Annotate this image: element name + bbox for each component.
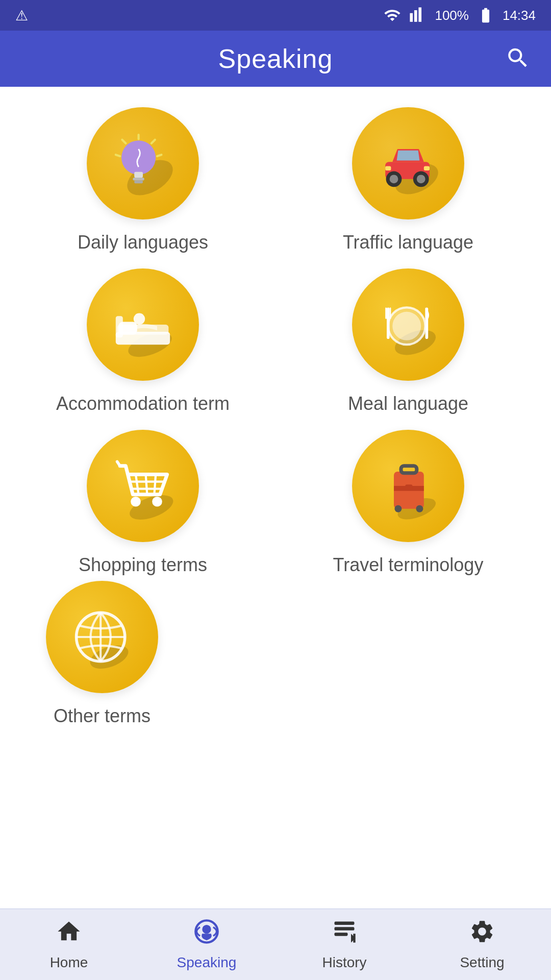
daily-label: Daily languages bbox=[78, 232, 208, 253]
svg-point-26 bbox=[392, 312, 421, 340]
svg-rect-48 bbox=[405, 484, 412, 490]
svg-line-40 bbox=[117, 461, 120, 465]
traffic-label: Traffic language bbox=[343, 232, 473, 253]
svg-rect-55 bbox=[335, 922, 355, 925]
status-bar-right: 100% 14:34 bbox=[384, 7, 536, 24]
svg-rect-28 bbox=[385, 307, 387, 318]
category-traffic[interactable]: Traffic language bbox=[281, 107, 536, 253]
svg-line-9 bbox=[116, 155, 120, 156]
history-icon bbox=[331, 918, 358, 950]
category-meal[interactable]: Meal language bbox=[281, 268, 536, 414]
travel-circle bbox=[352, 430, 464, 542]
header-title: Speaking bbox=[218, 43, 333, 74]
svg-point-54 bbox=[202, 925, 211, 934]
svg-rect-56 bbox=[335, 927, 355, 930]
svg-point-45 bbox=[394, 505, 402, 512]
svg-line-8 bbox=[122, 140, 126, 143]
accommodation-label: Accommodation term bbox=[56, 393, 230, 414]
svg-point-46 bbox=[416, 505, 423, 512]
status-bar: ⚠ 100% 14:34 bbox=[0, 0, 551, 31]
speaking-icon bbox=[193, 918, 220, 950]
svg-rect-4 bbox=[134, 181, 143, 184]
meal-circle bbox=[352, 268, 464, 381]
category-other[interactable]: Other terms bbox=[46, 581, 158, 727]
category-shopping[interactable]: Shopping terms bbox=[15, 430, 270, 576]
search-button[interactable] bbox=[505, 45, 531, 72]
svg-point-13 bbox=[390, 175, 398, 183]
globe-icon bbox=[66, 601, 138, 673]
svg-rect-44 bbox=[401, 466, 417, 473]
nav-home-label: Home bbox=[50, 954, 88, 971]
accommodation-circle bbox=[87, 268, 199, 381]
svg-line-6 bbox=[152, 140, 155, 143]
svg-rect-3 bbox=[133, 178, 144, 181]
svg-point-22 bbox=[134, 313, 145, 325]
svg-line-34 bbox=[146, 475, 147, 495]
battery-text: 100% bbox=[435, 8, 469, 23]
food-icon bbox=[372, 289, 444, 360]
nav-history-label: History bbox=[322, 954, 366, 971]
signal-icon bbox=[409, 7, 427, 24]
status-bar-left: ⚠ bbox=[15, 7, 28, 24]
travel-label: Travel terminology bbox=[333, 554, 484, 576]
nav-speaking-label: Speaking bbox=[177, 954, 237, 971]
traffic-circle bbox=[352, 107, 464, 219]
main-content: Daily languages bbox=[0, 87, 551, 909]
cart-icon bbox=[107, 450, 179, 522]
svg-point-15 bbox=[417, 175, 425, 183]
nav-setting[interactable]: Setting bbox=[413, 909, 551, 980]
bulb-icon bbox=[107, 128, 179, 199]
svg-point-39 bbox=[152, 497, 162, 507]
wifi-icon bbox=[384, 7, 401, 24]
car-icon bbox=[372, 128, 444, 199]
svg-rect-59 bbox=[353, 934, 355, 942]
other-label: Other terms bbox=[54, 705, 151, 727]
bed-icon bbox=[107, 289, 179, 360]
home-icon bbox=[56, 918, 82, 950]
svg-rect-2 bbox=[134, 172, 143, 178]
category-travel[interactable]: Travel terminology bbox=[281, 430, 536, 576]
svg-line-33 bbox=[136, 475, 139, 495]
other-terms-row: Other terms bbox=[15, 581, 536, 727]
time-text: 14:34 bbox=[503, 8, 536, 23]
nav-history[interactable]: History bbox=[276, 909, 413, 980]
warning-icon: ⚠ bbox=[15, 7, 28, 24]
svg-point-38 bbox=[131, 497, 141, 507]
suitcase-icon bbox=[372, 450, 444, 522]
svg-line-7 bbox=[157, 155, 161, 156]
daily-circle bbox=[87, 107, 199, 219]
other-circle bbox=[46, 581, 158, 693]
svg-rect-16 bbox=[385, 166, 391, 170]
search-icon bbox=[505, 45, 531, 71]
bottom-navigation: Home Speaking History bbox=[0, 909, 551, 980]
nav-setting-label: Setting bbox=[460, 954, 504, 971]
shopping-label: Shopping terms bbox=[79, 554, 207, 576]
category-accommodation[interactable]: Accommodation term bbox=[15, 268, 270, 414]
meal-label: Meal language bbox=[348, 393, 468, 414]
svg-line-35 bbox=[154, 475, 156, 495]
nav-home[interactable]: Home bbox=[0, 909, 138, 980]
category-daily[interactable]: Daily languages bbox=[15, 107, 270, 253]
shopping-circle bbox=[87, 430, 199, 542]
category-grid: Daily languages bbox=[15, 107, 536, 576]
svg-rect-17 bbox=[424, 166, 430, 170]
svg-rect-57 bbox=[335, 933, 348, 936]
nav-speaking[interactable]: Speaking bbox=[138, 909, 276, 980]
app-header: Speaking bbox=[0, 31, 551, 87]
svg-rect-23 bbox=[116, 316, 123, 337]
battery-icon bbox=[477, 7, 494, 24]
setting-icon bbox=[469, 918, 495, 950]
